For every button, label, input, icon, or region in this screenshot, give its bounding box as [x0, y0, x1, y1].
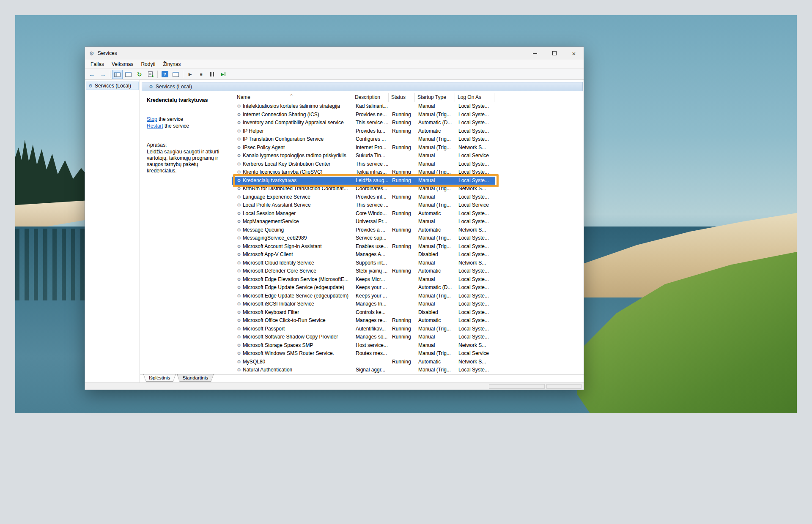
service-startup-type: Manual — [416, 102, 456, 111]
service-row[interactable]: ⚙ Message Queuing Provides a ... Running… — [232, 226, 495, 235]
service-row[interactable]: ⚙ Microsoft Cloud Identity Service Suppo… — [232, 259, 495, 267]
service-row[interactable]: ⚙ Microsoft Office Click-to-Run Service … — [232, 317, 495, 325]
service-startup-type: Manual — [416, 193, 456, 202]
restart-service-button[interactable]: ▶ — [218, 70, 228, 79]
service-startup-type: Disabled — [416, 308, 456, 317]
service-logon: Local Syste... — [456, 119, 495, 127]
close-button[interactable]: × — [564, 47, 584, 60]
service-row[interactable]: ⚙ Microsoft Passport Autentifikav... Run… — [232, 325, 495, 333]
tree-item-services-local[interactable]: ⚙ Services (Local) — [86, 82, 139, 90]
service-name: Microsoft App-V Client — [243, 251, 293, 259]
tab-standard[interactable]: Standartinis — [177, 374, 214, 382]
service-row[interactable]: ⚙ Microsoft iSCSI Initiator Service Mana… — [232, 300, 495, 308]
show-console-tree-button[interactable] — [112, 70, 123, 79]
service-description: Manages so... — [353, 333, 390, 341]
forward-button[interactable]: → — [98, 70, 108, 79]
minimize-button[interactable] — [525, 47, 545, 60]
service-row[interactable]: ⚙ Internet Connection Sharing (ICS) Prov… — [232, 111, 495, 119]
pane-header-label: Services (Local) — [156, 84, 192, 90]
service-status: Running — [390, 168, 416, 177]
service-row[interactable]: ⚙ IP Translation Configuration Service C… — [232, 135, 495, 144]
service-row[interactable]: ⚙ Local Session Manager Core Windo... Ru… — [232, 210, 495, 218]
back-arrow-icon: ← — [89, 71, 95, 77]
back-button[interactable]: ← — [87, 70, 97, 79]
service-row[interactable]: ⚙ Natural Authentication Signal aggr... … — [232, 366, 495, 374]
service-row[interactable]: ⚙ Microsoft Edge Elevation Service (Micr… — [232, 276, 495, 284]
service-status — [390, 185, 416, 193]
service-name: Microsoft iSCSI Initiator Service — [243, 300, 314, 308]
service-row[interactable]: ⚙ Kanalo lygmens topologijos radimo pris… — [232, 152, 495, 160]
service-row[interactable]: ⚙ Microsoft Keyboard Filter Controls ke.… — [232, 308, 495, 317]
service-row[interactable]: ⚙ McpManagementService Universal Pr... M… — [232, 218, 495, 226]
refresh-button[interactable]: ↻ — [134, 70, 145, 79]
wallpaper-tree-reflection — [15, 229, 93, 300]
service-gear-icon: ⚙ — [237, 308, 241, 317]
help-button[interactable]: ? — [159, 70, 170, 79]
tab-extended[interactable]: Išplėstinis — [143, 374, 176, 382]
pane-header-icon: ⚙ — [149, 84, 153, 90]
service-gear-icon: ⚙ — [237, 284, 241, 292]
menu-veiksmas[interactable]: Veiksmas — [108, 60, 137, 68]
maximize-button[interactable] — [545, 47, 564, 60]
service-status: Running — [390, 226, 416, 235]
menu-failas[interactable]: Failas — [87, 60, 108, 68]
service-row[interactable]: ⚙ Microsoft Windows SMS Router Service. … — [232, 349, 495, 358]
start-service-button[interactable]: ▶ — [185, 70, 195, 79]
service-startup-type: Manual — [416, 300, 456, 308]
service-row[interactable]: ⚙ Microsoft Account Sign-in Assistant En… — [232, 243, 495, 251]
service-logon: Network S... — [456, 185, 495, 193]
service-status — [390, 160, 416, 169]
pause-service-button[interactable] — [207, 70, 217, 79]
service-name: Inventory and Compatibility Appraisal se… — [243, 119, 344, 127]
service-row[interactable]: ⚙ MySQL80 Running Automatic Network S... — [232, 358, 495, 366]
service-row[interactable]: ⚙ Inventory and Compatibility Appraisal … — [232, 119, 495, 127]
service-description: This service ... — [353, 160, 390, 169]
column-header-startup-type[interactable]: Startup Type — [415, 93, 455, 102]
service-row[interactable]: ⚙ IP Helper Provides tu... Running Autom… — [232, 127, 495, 136]
service-row[interactable]: ⚙ KtmRm for Distributed Transaction Coor… — [232, 185, 495, 193]
service-row[interactable]: ⚙ Microsoft Defender Core Service Stebi … — [232, 267, 495, 276]
service-startup-type: Manual (Trig... — [416, 349, 456, 358]
display-panel-button[interactable] — [170, 70, 181, 79]
service-name: IPsec Policy Agent — [243, 144, 285, 152]
restart-service-link[interactable]: Restart — [147, 123, 163, 129]
service-status — [390, 259, 416, 267]
service-row[interactable]: ⚙ Intelektualiosios kortelės šalinimo st… — [232, 102, 495, 111]
toolbar: ← → ↻ ? ▶ ■ ▶ — [85, 69, 584, 80]
service-row[interactable]: ⚙ Kredencialų tvarkytuvas Leidžia saug..… — [232, 177, 495, 185]
menu-bar: Failas Veiksmas Rodyti Žinynas — [85, 60, 584, 69]
service-gear-icon: ⚙ — [237, 193, 241, 202]
stop-link-suffix: the service — [157, 116, 183, 122]
service-status — [390, 201, 416, 210]
service-row[interactable]: ⚙ Kliento licencijos tarnyba (ClipSVC) T… — [232, 168, 495, 177]
service-gear-icon: ⚙ — [237, 210, 241, 218]
toolbar-separator — [110, 71, 110, 78]
service-row[interactable]: ⚙ IPsec Policy Agent Internet Pro... Run… — [232, 144, 495, 152]
menu-zinynas[interactable]: Žinynas — [159, 60, 184, 68]
column-header-log-on-as[interactable]: Log On As — [455, 93, 494, 102]
stop-service-button[interactable]: ■ — [196, 70, 206, 79]
service-row[interactable]: ⚙ Local Profile Assistant Service This s… — [232, 201, 495, 210]
service-row[interactable]: ⚙ Kerberos Local Key Distribution Center… — [232, 160, 495, 169]
service-gear-icon: ⚙ — [237, 243, 241, 251]
export-list-button[interactable] — [145, 70, 156, 79]
service-status: Running — [390, 127, 416, 136]
service-row[interactable]: ⚙ Microsoft Edge Update Service (edgeupd… — [232, 284, 495, 292]
properties-button[interactable] — [123, 70, 134, 79]
menu-rodyti[interactable]: Rodyti — [137, 60, 159, 68]
service-status — [390, 135, 416, 144]
service-gear-icon: ⚙ — [237, 111, 241, 119]
stop-service-link[interactable]: Stop — [147, 116, 157, 122]
service-row[interactable]: ⚙ Microsoft Software Shadow Copy Provide… — [232, 333, 495, 341]
window-title: Services — [98, 50, 117, 56]
column-header-status[interactable]: Status — [389, 93, 415, 102]
service-name: Microsoft Storage Spaces SMP — [243, 341, 313, 350]
service-row[interactable]: ⚙ MessagingService_eeb2989 Service sup..… — [232, 234, 495, 243]
service-row[interactable]: ⚙ Microsoft Storage Spaces SMP Host serv… — [232, 341, 495, 350]
column-header-description[interactable]: Description — [352, 93, 389, 102]
toolbar-separator — [183, 71, 183, 78]
column-header-name[interactable]: ^ Name — [231, 93, 352, 102]
service-row[interactable]: ⚙ Language Experience Service Provides i… — [232, 193, 495, 202]
service-row[interactable]: ⚙ Microsoft App-V Client Manages A... Di… — [232, 251, 495, 259]
service-row[interactable]: ⚙ Microsoft Edge Update Service (edgeupd… — [232, 292, 495, 300]
